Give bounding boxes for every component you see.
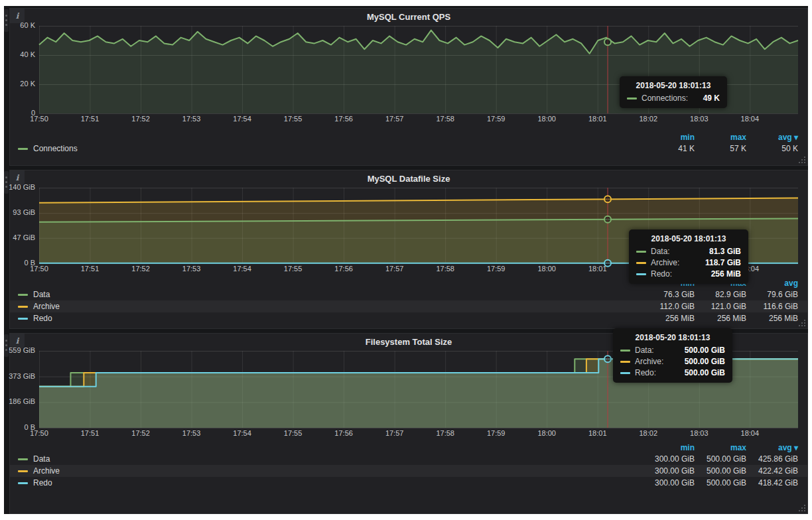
legend-values: 112.0 GiB 121.0 GiB 116.6 GiB (643, 302, 798, 311)
series-color-dash (620, 372, 630, 374)
y-axis: 020 K40 K60 K (10, 26, 39, 113)
legend-series-toggle[interactable]: Data (18, 290, 50, 299)
legend-row-connections: Connections 41 K 57 K 50 K (10, 143, 807, 155)
tooltip-time: 2018-05-20 18:01:13 (627, 81, 720, 90)
legend-min-value: 112.0 GiB (643, 302, 695, 311)
drag-dots-icon (5, 176, 7, 178)
y-axis: 0 B47 GiB93 GiB140 GiB (10, 188, 39, 263)
tooltip-row: Redo: 500.00 GiB (620, 368, 725, 377)
legend-sort-avg[interactable]: avg ▾ (746, 133, 798, 142)
legend-sort-max[interactable]: max (695, 443, 746, 452)
legend-values: 41 K 57 K 50 K (643, 144, 798, 153)
legend-max-value: 500.00 GiB (695, 478, 746, 487)
legend: min max avg ▾ Data 300.00 GiB 500.00 GiB… (10, 442, 807, 489)
tooltip-value: 256 MiB (702, 269, 741, 279)
panel-drag-handle[interactable] (4, 334, 9, 357)
tooltip-label: Archive: (651, 258, 679, 267)
legend-series-toggle[interactable]: Redo (18, 314, 52, 323)
legend-series-label: Archive (33, 302, 60, 311)
panel-resize-grip[interactable] (798, 504, 805, 511)
legend-min-value: 300.00 GiB (643, 478, 695, 487)
series-color-dash (18, 470, 28, 472)
info-glyph: i (16, 173, 19, 182)
legend: min max avg ▾ Connections 41 K 57 K 50 K (10, 132, 807, 155)
series-color-dash (636, 251, 646, 253)
legend-row-data: Data 76.3 GiB 82.9 GiB 79.6 GiB (10, 289, 807, 300)
x-axis: 17:5017:5117:5217:5317:5417:5517:5617:57… (10, 428, 807, 440)
legend-sort-min[interactable]: min (643, 133, 695, 142)
tooltip-row: Archive: 118.7 GiB (636, 258, 741, 267)
tooltip-label: Data: (635, 346, 654, 355)
series-color-dash (18, 482, 28, 484)
legend-sort-avg[interactable]: avg ▾ (746, 443, 798, 452)
series-color-dash (620, 361, 630, 363)
series-color-dash (636, 273, 646, 275)
legend-series-toggle[interactable]: Data (18, 454, 50, 464)
legend-sort-max[interactable]: max (695, 133, 746, 142)
graph-tooltip-datafile: 2018-05-20 18:01:13 Data: 81.3 GiB Archi… (629, 229, 748, 284)
legend-sort-min[interactable]: min (643, 443, 695, 452)
series-color-dash (18, 318, 28, 320)
tooltip-value: 118.7 GiB (696, 258, 741, 267)
legend-headers: min max avg ▾ (10, 442, 807, 453)
grafana-dashboard: i MySQL Current QPS 020 K40 K60 K 17:501… (4, 6, 808, 514)
legend-max-value: 121.0 GiB (695, 302, 746, 311)
legend-series-toggle[interactable]: Redo (18, 478, 52, 487)
tooltip-label: Data: (651, 247, 670, 256)
drag-dots-icon (5, 340, 7, 342)
panel-drag-handle[interactable] (4, 171, 9, 194)
legend-row-data: Data 300.00 GiB 500.00 GiB 425.86 GiB (10, 453, 807, 465)
legend-avg-value: 422.42 GiB (746, 466, 798, 476)
legend-avg-value: 79.6 GiB (746, 290, 798, 299)
y-axis: 0 B186 GiB373 GiB559 GiB (10, 351, 39, 428)
series-color-dash (18, 306, 28, 308)
legend-series-toggle[interactable]: Archive (18, 302, 60, 311)
legend-series-label: Redo (33, 314, 52, 323)
legend-max-value: 256 MiB (695, 314, 746, 323)
series-color-dash (636, 262, 646, 264)
legend-series-label: Connections (33, 144, 78, 153)
tooltip-row: Connections: 49 K (627, 94, 720, 103)
info-glyph: i (16, 336, 19, 346)
panel-resize-grip[interactable] (798, 319, 805, 326)
panel-drag-handle[interactable] (4, 9, 9, 32)
resize-grip-icon (804, 162, 805, 163)
legend-values: 300.00 GiB 500.00 GiB 422.42 GiB (643, 466, 798, 476)
legend-max-value: 500.00 GiB (695, 466, 746, 476)
tooltip-label: Redo: (635, 368, 656, 377)
legend-avg-value: 256 MiB (746, 314, 798, 323)
tooltip-row: Archive: 500.00 GiB (620, 357, 725, 366)
legend-avg-value: 418.42 GiB (746, 478, 798, 487)
tooltip-value: 500.00 GiB (675, 357, 725, 366)
legend-min-value: 41 K (643, 144, 695, 153)
series-color-dash (18, 458, 28, 460)
legend-series-label: Redo (33, 478, 52, 487)
tooltip-time: 2018-05-20 18:01:13 (620, 333, 725, 342)
tooltip-label: Connections: (642, 94, 688, 103)
legend-series-label: Archive (33, 466, 60, 476)
legend-avg-value: 425.86 GiB (746, 454, 798, 464)
resize-grip-icon (804, 325, 805, 326)
legend-series-toggle[interactable]: Archive (18, 466, 60, 476)
series-color-dash (18, 294, 28, 296)
legend-series-label: Data (33, 454, 50, 464)
legend-max-value: 82.9 GiB (695, 290, 746, 299)
legend-min-value: 76.3 GiB (643, 290, 695, 299)
tooltip-label: Archive: (635, 357, 663, 366)
panel-title[interactable]: MySQL Current QPS (10, 9, 807, 26)
tooltip-row: Data: 500.00 GiB (620, 346, 725, 355)
tooltip-time: 2018-05-20 18:01:13 (636, 234, 741, 243)
legend-row-archive: Archive 300.00 GiB 500.00 GiB 422.42 GiB (10, 465, 807, 477)
tooltip-value: 81.3 GiB (700, 247, 741, 256)
legend-sort-avg[interactable]: avg (746, 279, 798, 288)
legend-values: 300.00 GiB 500.00 GiB 425.86 GiB (643, 454, 798, 464)
panel-title[interactable]: MySQL Datafile Size (10, 170, 807, 188)
legend-values: 256 MiB 256 MiB 256 MiB (643, 314, 798, 323)
legend-series-toggle[interactable]: Connections (18, 144, 78, 153)
panel-resize-grip[interactable] (798, 156, 805, 163)
legend-max-value: 57 K (695, 144, 746, 153)
series-color-dash (620, 350, 630, 352)
tooltip-value: 500.00 GiB (675, 368, 725, 377)
graph-tooltip-filesystem: 2018-05-20 18:01:13 Data: 500.00 GiB Arc… (613, 328, 732, 383)
legend-avg-value: 50 K (746, 144, 798, 153)
